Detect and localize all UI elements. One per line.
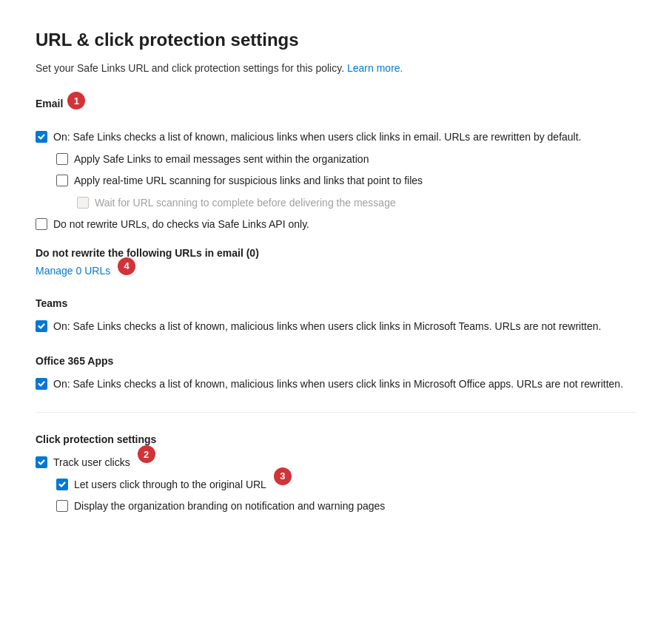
org-branding-checkbox[interactable] — [56, 500, 68, 512]
email-realtime-label: Apply real-time URL scanning for suspici… — [74, 174, 423, 189]
office-on-row: On: Safe Links checks a list of known, m… — [36, 377, 636, 392]
org-branding-label: Display the organization branding on not… — [74, 499, 385, 514]
page-title: URL & click protection settings — [36, 30, 636, 50]
email-realtime-row: Apply real-time URL scanning for suspici… — [56, 174, 636, 189]
office-on-label: On: Safe Links checks a list of known, m… — [53, 377, 623, 392]
section-divider — [36, 412, 636, 413]
teams-section: Teams On: Safe Links checks a list of kn… — [36, 297, 636, 334]
email-no-rewrite-row: Do not rewrite URLs, do checks via Safe … — [36, 217, 636, 232]
email-wait-checkbox — [77, 197, 89, 209]
office365-section-title: Office 365 Apps — [36, 355, 113, 367]
office-on-checkbox[interactable] — [36, 378, 47, 390]
badge-3: 3 — [274, 467, 292, 485]
let-users-click-checkbox[interactable] — [56, 479, 68, 490]
track-clicks-label-wrapper: Track user clicks 2 — [53, 456, 130, 470]
email-on-checkbox[interactable] — [36, 131, 47, 143]
let-users-click-row: Let users click through to the original … — [56, 478, 636, 493]
email-section-title: Email 1 — [36, 98, 63, 109]
teams-on-label: On: Safe Links checks a list of known, m… — [53, 320, 601, 334]
badge-1: 1 — [67, 92, 85, 109]
email-no-rewrite-label: Do not rewrite URLs, do checks via Safe … — [53, 217, 309, 232]
email-apply-org-row: Apply Safe Links to email messages sent … — [56, 152, 636, 167]
badge-4: 4 — [118, 257, 135, 275]
manage-urls-link[interactable]: Manage 0 URLs — [36, 265, 110, 277]
email-on-label: On: Safe Links checks a list of known, m… — [53, 130, 582, 145]
click-protection-title: Click protection settings — [36, 433, 156, 445]
email-wait-label: Wait for URL scanning to complete before… — [95, 196, 396, 211]
email-apply-org-label: Apply Safe Links to email messages sent … — [74, 152, 369, 167]
teams-on-checkbox[interactable] — [36, 320, 47, 332]
let-users-click-label-wrapper: Let users click through to the original … — [74, 478, 266, 493]
teams-section-title: Teams — [36, 297, 67, 309]
track-clicks-checkbox[interactable] — [36, 456, 47, 468]
email-on-row: On: Safe Links checks a list of known, m… — [36, 130, 636, 145]
office365-section: Office 365 Apps On: Safe Links checks a … — [36, 355, 636, 392]
page-subtitle: Set your Safe Links URL and click protec… — [36, 62, 636, 74]
teams-on-row: On: Safe Links checks a list of known, m… — [36, 320, 636, 334]
email-section: Email 1 On: Safe Links checks a list of … — [36, 98, 636, 277]
badge-2: 2 — [138, 445, 155, 463]
org-branding-row: Display the organization branding on not… — [56, 499, 636, 514]
manage-urls-wrapper: Manage 0 URLs 4 — [36, 265, 110, 277]
email-wait-row: Wait for URL scanning to complete before… — [77, 196, 636, 211]
click-protection-section: Click protection settings Track user cli… — [36, 433, 636, 514]
learn-more-link[interactable]: Learn more. — [347, 62, 403, 74]
email-no-rewrite-checkbox[interactable] — [36, 218, 47, 230]
do-not-rewrite-block: Do not rewrite the following URLs in ema… — [36, 247, 636, 277]
track-clicks-row: Track user clicks 2 — [36, 456, 636, 470]
track-clicks-label: Track user clicks — [53, 456, 130, 470]
email-realtime-checkbox[interactable] — [56, 175, 68, 186]
let-users-click-label: Let users click through to the original … — [74, 478, 266, 493]
email-apply-org-checkbox[interactable] — [56, 153, 68, 165]
